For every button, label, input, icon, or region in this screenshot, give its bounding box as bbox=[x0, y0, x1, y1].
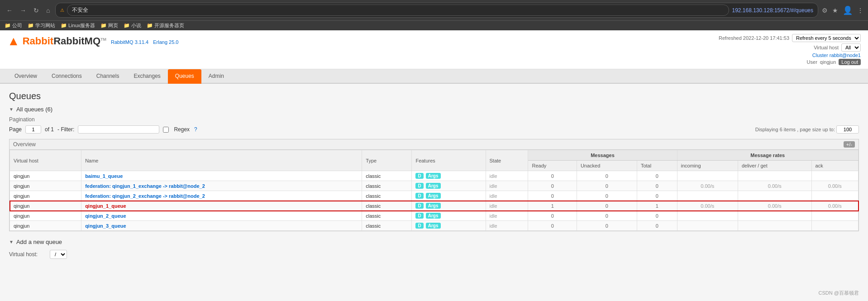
nav-exchanges[interactable]: Exchanges bbox=[126, 69, 167, 84]
back-button[interactable]: ← bbox=[5, 6, 14, 15]
cell-ack bbox=[811, 171, 858, 181]
vhost-label: Virtual host bbox=[814, 45, 839, 50]
address-bar[interactable]: ⚠ 不安全 192.168.130.128:15672/#/queues bbox=[55, 3, 818, 18]
bookmarks-bar: 📁 公司 📁 学习网站 📁 Linux服务器 📁 网页 📁 小说 📁 开源服务器… bbox=[0, 20, 868, 30]
help-icon[interactable]: ? bbox=[194, 126, 197, 133]
user-value: qingjun bbox=[820, 59, 836, 65]
vhost-select[interactable]: All bbox=[841, 43, 861, 52]
folder-icon: 📁 bbox=[124, 23, 130, 29]
cell-incoming bbox=[677, 211, 738, 221]
state-badge: idle bbox=[490, 173, 497, 179]
badge-d: D bbox=[415, 223, 423, 229]
badge-d: D bbox=[415, 183, 423, 189]
nav-channels[interactable]: Channels bbox=[89, 69, 127, 84]
cell-unacked: 0 bbox=[577, 181, 637, 191]
state-badge: idle bbox=[490, 193, 497, 199]
table-row[interactable]: qingjun federation: qingjun_1_exchange -… bbox=[10, 181, 858, 191]
queue-name-link[interactable]: qingjun_1_queue bbox=[85, 203, 126, 209]
cell-name: baimu_1_queue bbox=[81, 171, 362, 181]
bookmark-linux[interactable]: 📁 Linux服务器 bbox=[61, 22, 95, 29]
profile-icon: 👤 bbox=[843, 5, 853, 15]
state-badge: idle bbox=[490, 203, 497, 209]
bookmark-web[interactable]: 📁 网页 bbox=[100, 22, 118, 29]
cell-incoming: 0.00/s bbox=[677, 201, 738, 211]
refresh-button[interactable]: ↻ bbox=[32, 6, 41, 15]
cell-state: idle bbox=[486, 211, 528, 221]
table-row[interactable]: qingjun baimu_1_queue classic D Args idl… bbox=[10, 171, 858, 181]
badge-d: D bbox=[415, 203, 423, 209]
cell-type: classic bbox=[362, 201, 412, 211]
nav-queues[interactable]: Queues bbox=[168, 69, 201, 84]
col-deliver-get: deliver / get bbox=[738, 161, 811, 171]
cell-deliver-get bbox=[738, 211, 811, 221]
queue-name-link[interactable]: federation: qingjun_1_exchange -> rabbit… bbox=[85, 183, 205, 189]
vhost-form-select[interactable]: / bbox=[50, 250, 67, 259]
queue-name-link[interactable]: federation: qingjun_2_exchange -> rabbit… bbox=[85, 193, 205, 199]
col-state: State bbox=[486, 150, 528, 171]
cell-vhost: qingjun bbox=[10, 171, 81, 181]
queues-table: Virtual host Name Type Features State Me… bbox=[10, 150, 858, 231]
table-row[interactable]: qingjun qingjun_2_queue classic D Args i… bbox=[10, 211, 858, 221]
cluster-value: rabbit@node1 bbox=[830, 53, 861, 58]
home-button[interactable]: ⌂ bbox=[44, 6, 52, 15]
of-label: of 1 bbox=[45, 126, 54, 133]
bookmark-label: 网页 bbox=[108, 22, 118, 29]
cell-deliver-get: 0.00/s bbox=[738, 201, 811, 211]
queue-name-link[interactable]: baimu_1_queue bbox=[85, 173, 123, 179]
cell-deliver-get bbox=[738, 191, 811, 201]
bookmark-label: Linux服务器 bbox=[68, 22, 95, 29]
bookmark-company[interactable]: 📁 公司 bbox=[5, 22, 22, 29]
cell-deliver-get bbox=[738, 221, 811, 231]
col-name: Name bbox=[81, 150, 362, 171]
cell-ready: 0 bbox=[528, 211, 577, 221]
cell-name: qingjun_2_queue bbox=[81, 211, 362, 221]
refresh-info: Refreshed 2022-12-20 17:41:53 Refresh ev… bbox=[719, 34, 861, 42]
table-row[interactable]: qingjun qingjun_1_queue classic D Args i… bbox=[10, 201, 858, 211]
refresh-select[interactable]: Refresh every 5 seconds bbox=[792, 34, 861, 42]
queue-name-link[interactable]: qingjun_2_queue bbox=[85, 213, 126, 219]
queue-name-link[interactable]: qingjun_3_queue bbox=[85, 223, 126, 229]
bookmark-novel[interactable]: 📁 小说 bbox=[124, 22, 141, 29]
badge-args: Args bbox=[426, 193, 441, 199]
cell-incoming bbox=[677, 171, 738, 181]
bookmark-label: 开源服务器页 bbox=[154, 22, 184, 29]
col-type: Type bbox=[362, 150, 412, 171]
badge-args: Args bbox=[426, 213, 441, 219]
add-queue-arrow-icon: ▼ bbox=[9, 239, 14, 244]
regex-checkbox[interactable] bbox=[163, 127, 169, 133]
cell-unacked: 0 bbox=[577, 221, 637, 231]
nav-admin[interactable]: Admin bbox=[201, 69, 231, 84]
bookmark-label: 公司 bbox=[12, 22, 22, 29]
cell-state: idle bbox=[486, 221, 528, 231]
nav-connections[interactable]: Connections bbox=[44, 69, 89, 84]
page-input[interactable] bbox=[25, 125, 41, 134]
cell-features: D Args bbox=[412, 221, 486, 231]
filter-input[interactable] bbox=[78, 125, 159, 134]
rabbitmq-version[interactable]: RabbitMQ 3.11.4 bbox=[111, 39, 148, 45]
cell-vhost: qingjun bbox=[10, 181, 81, 191]
cell-ready: 0 bbox=[528, 181, 577, 191]
bookmark-study[interactable]: 📁 学习网站 bbox=[28, 22, 55, 29]
logout-button[interactable]: Log out bbox=[839, 59, 861, 65]
erlang-version[interactable]: Erlang 25.0 bbox=[153, 39, 178, 45]
logo-icon: ▲ bbox=[7, 34, 20, 48]
collapse-arrow-icon[interactable]: ▼ bbox=[9, 107, 14, 112]
add-queue-label: Add a new queue bbox=[16, 239, 62, 245]
url-insecure-label: 不安全 bbox=[67, 5, 729, 16]
add-queue-header[interactable]: ▼ Add a new queue bbox=[9, 239, 859, 245]
pagination-label: Pagination bbox=[9, 116, 859, 123]
table-row[interactable]: qingjun federation: qingjun_2_exchange -… bbox=[10, 191, 858, 201]
table-overview-header: Overview +/- bbox=[10, 139, 858, 150]
forward-button[interactable]: → bbox=[18, 6, 28, 15]
nav-overview[interactable]: Overview bbox=[7, 69, 44, 84]
table-row[interactable]: qingjun qingjun_3_queue classic D Args i… bbox=[10, 221, 858, 231]
plus-minus-button[interactable]: +/- bbox=[844, 141, 855, 148]
logo-area: ▲ RabbitRabbitMQTM RabbitMQ 3.11.4 Erlan… bbox=[7, 34, 178, 48]
page-size-input[interactable] bbox=[836, 125, 859, 134]
bookmark-opensource[interactable]: 📁 开源服务器页 bbox=[147, 22, 184, 29]
logo-text: RabbitRabbitMQTM bbox=[23, 35, 106, 47]
cell-unacked: 0 bbox=[577, 171, 637, 181]
vhost-form-label: Virtual host: bbox=[9, 251, 45, 258]
cell-state: idle bbox=[486, 181, 528, 191]
folder-icon: 📁 bbox=[61, 23, 67, 29]
